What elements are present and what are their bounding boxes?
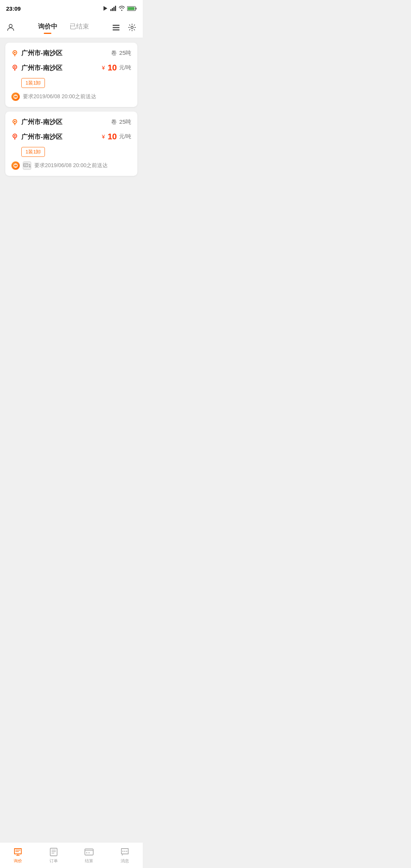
card-1-price-amount: 10: [108, 63, 117, 73]
battery-icon: [127, 6, 137, 11]
card-2-to-row: 广州市-南沙区 ¥ 10 元/吨: [11, 132, 131, 142]
card-2-price-unit: 元/吨: [119, 133, 131, 140]
inquiry-card-1[interactable]: 广州市-南沙区 卷 25吨 广州市-南沙区 ¥ 10 元/吨: [5, 43, 137, 107]
nav-tabs: 询价中 已结束: [17, 22, 110, 32]
card-1-tag-row: 1装1卸: [21, 78, 131, 88]
card-2-meta-key: 卷: [111, 118, 117, 126]
tab-inquiry[interactable]: 询价中: [38, 22, 57, 32]
svg-rect-3: [113, 7, 115, 11]
svg-rect-1: [110, 9, 112, 11]
dispatch-icon: [11, 93, 20, 101]
status-time: 23:09: [6, 5, 21, 12]
card-2-footer: 1 要求2019/06/08 20:00之前送达: [11, 161, 131, 170]
svg-point-12: [131, 26, 133, 29]
card-2-tag: 1装1卸: [21, 147, 45, 157]
svg-point-8: [9, 24, 12, 27]
svg-rect-2: [112, 8, 113, 11]
svg-point-14: [14, 52, 16, 53]
card-1-from-row: 广州市-南沙区 卷 25吨: [11, 49, 131, 57]
svg-point-21: [14, 135, 16, 137]
dispatch-icon-2: [11, 161, 20, 170]
location-pin-icon: [11, 50, 18, 57]
card-2-meta-value: 25吨: [119, 118, 131, 126]
layers-icon-button[interactable]: [110, 21, 122, 34]
svg-point-19: [14, 121, 16, 122]
svg-rect-10: [113, 27, 119, 28]
badge-count: 1: [29, 164, 31, 168]
card-1-from-meta: 卷 25吨: [111, 49, 131, 57]
wifi-icon: [119, 6, 125, 11]
svg-point-16: [14, 66, 16, 68]
card-1-meta-value: 25吨: [119, 49, 131, 57]
destination-pin-icon: [11, 64, 18, 71]
status-bar: 23:09: [0, 0, 143, 17]
svg-marker-0: [104, 6, 107, 11]
card-1-footer: 要求2019/06/08 20:00之前送达: [11, 93, 131, 101]
card-2-to-location: 广州市-南沙区: [11, 132, 62, 141]
play-icon: [103, 6, 108, 11]
card-1-meta-key: 卷: [111, 49, 117, 57]
card-2-price: ¥ 10 元/吨: [102, 132, 131, 142]
card-1-deadline: 要求2019/06/08 20:00之前送达: [23, 93, 96, 100]
signal-icon: [110, 6, 116, 11]
card-1-tag: 1装1卸: [21, 78, 45, 88]
card-2-price-prefix: ¥: [102, 134, 105, 140]
svg-rect-6: [136, 8, 137, 10]
card-1-to-row: 广州市-南沙区 ¥ 10 元/吨: [11, 63, 131, 73]
svg-rect-7: [128, 7, 135, 10]
card-2-from-meta: 卷 25吨: [111, 118, 131, 126]
location-pin-icon-2: [11, 119, 18, 126]
tab-ended[interactable]: 已结束: [70, 22, 89, 32]
card-1-price-unit: 元/吨: [119, 64, 131, 71]
card-2-tag-row: 1装1卸: [21, 147, 131, 157]
svg-rect-11: [113, 29, 119, 30]
svg-rect-23: [24, 163, 28, 167]
settings-icon-button[interactable]: [126, 21, 138, 34]
card-1-to-location: 广州市-南沙区: [11, 64, 62, 72]
card-2-deadline: 要求2019/06/08 20:00之前送达: [34, 162, 108, 169]
card-1-from-city: 广州市-南沙区: [21, 49, 62, 57]
card-2-from-city: 广州市-南沙区: [21, 118, 62, 126]
nav-right-buttons: [110, 21, 138, 34]
card-2-to-city: 广州市-南沙区: [21, 132, 62, 141]
top-nav: 询价中 已结束: [0, 17, 143, 38]
status-icons: [103, 6, 137, 11]
card-1-price: ¥ 10 元/吨: [102, 63, 131, 73]
card-2-from-row: 广州市-南沙区 卷 25吨: [11, 118, 131, 126]
user-profile-icon[interactable]: [5, 21, 17, 34]
card-2-price-amount: 10: [108, 132, 117, 142]
card-2-from-location: 广州市-南沙区: [11, 118, 62, 126]
svg-rect-9: [113, 25, 119, 26]
main-content: 广州市-南沙区 卷 25吨 广州市-南沙区 ¥ 10 元/吨: [0, 38, 143, 180]
destination-pin-icon-2: [11, 133, 18, 140]
response-count-badge: 1: [23, 161, 31, 170]
svg-rect-4: [115, 6, 116, 11]
card-1-price-prefix: ¥: [102, 65, 105, 71]
inquiry-card-2[interactable]: 广州市-南沙区 卷 25吨 广州市-南沙区 ¥ 10 元/吨: [5, 112, 137, 176]
card-1-from-location: 广州市-南沙区: [11, 49, 62, 57]
card-1-to-city: 广州市-南沙区: [21, 64, 62, 72]
